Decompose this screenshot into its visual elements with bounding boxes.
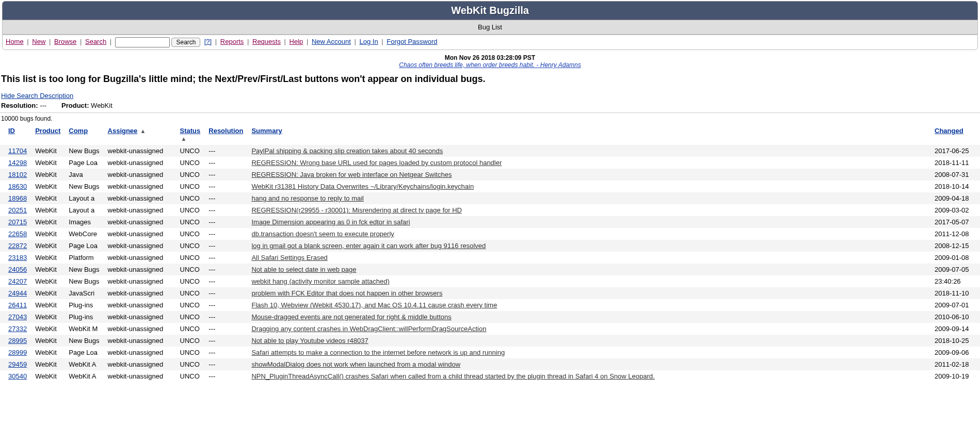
bug-summary-link[interactable]: db.transaction doesn't seem to execute p…	[251, 230, 394, 238]
bug-changed: 2010-06-10	[930, 311, 980, 323]
col-resolution[interactable]: Resolution	[208, 127, 243, 135]
bug-id-link[interactable]: 26411	[8, 301, 27, 309]
bug-id-link[interactable]: 23183	[8, 254, 27, 261]
bug-product: WebKit	[31, 157, 65, 169]
nav-requests[interactable]: Requests	[252, 38, 281, 45]
bug-id-link[interactable]: 18968	[8, 194, 27, 202]
bug-summary-link[interactable]: Not able to select date in web page	[251, 266, 356, 273]
bug-summary-link[interactable]: Dragging any content crashes in WebDragC…	[251, 325, 486, 333]
bug-id-link[interactable]: 27332	[8, 325, 27, 333]
bug-summary-link[interactable]: hang and no response to reply to mail	[251, 194, 364, 202]
timestamp: Mon Nov 26 2018 03:28:09 PST	[445, 54, 535, 61]
bug-product: WebKit	[31, 264, 65, 275]
bug-summary-link[interactable]: NPN_PluginThreadAsyncCall() crashes Safa…	[251, 372, 654, 380]
bug-summary-link[interactable]: PaylPal shipping & packing slip creation…	[251, 147, 443, 155]
bug-id-link[interactable]: 24944	[8, 289, 27, 297]
bug-status: UNCO	[176, 240, 205, 252]
bug-id-link[interactable]: 24207	[8, 277, 27, 285]
bug-summary-link[interactable]: log in gmail got a blank screen, enter a…	[251, 242, 486, 250]
bug-id-link[interactable]: 29459	[8, 360, 27, 368]
sort-secondary-icon: ▲	[181, 136, 187, 142]
table-row: 28995WebKitNew Bugswebkit-unassignedUNCO…	[0, 335, 980, 347]
bug-id-link[interactable]: 14298	[8, 159, 27, 167]
nav-help-q[interactable]: [?]	[204, 38, 212, 45]
separator: |	[381, 38, 383, 45]
bug-summary-link[interactable]: webkit hang (activity monitor sample att…	[251, 277, 389, 285]
bug-product: WebKit	[31, 228, 65, 240]
bug-summary-link[interactable]: WebKit r31381 History Data Overwrites ~/…	[251, 183, 474, 190]
bug-comp: Java	[65, 169, 103, 180]
search-input[interactable]	[115, 37, 170, 47]
bug-id-link[interactable]: 30540	[8, 372, 27, 380]
bug-summary-link[interactable]: REGRESSION: Wrong base URL used for page…	[251, 159, 502, 167]
search-button[interactable]: Search	[171, 38, 200, 47]
bug-changed: 2009-10-19	[930, 370, 980, 382]
bug-id-link[interactable]: 20251	[8, 206, 27, 214]
nav-new-account[interactable]: New Account	[312, 38, 351, 45]
nav-forgot[interactable]: Forgot Password	[387, 38, 437, 45]
bug-changed: 2008-07-31	[930, 169, 980, 180]
bug-changed: 2017-06-25	[930, 145, 980, 157]
bug-id-link[interactable]: 20715	[8, 218, 27, 226]
bug-summary-link[interactable]: problem with FCK Editor that does not ha…	[251, 289, 442, 297]
table-row: 28999WebKitPage Loawebkit-unassignedUNCO…	[0, 347, 980, 358]
bug-status: UNCO	[176, 264, 205, 275]
bug-id-link[interactable]: 22872	[8, 242, 27, 250]
bug-summary-link[interactable]: Flash 10, Webview (Webkit 4530.17), and …	[251, 301, 497, 309]
bug-assignee: webkit-unassigned	[104, 347, 176, 358]
bug-changed: 2018-10-14	[930, 180, 980, 192]
bug-summary-link[interactable]: showModalDialog does not work when launc…	[251, 360, 460, 368]
bug-id-link[interactable]: 18102	[8, 171, 27, 178]
bug-id-link[interactable]: 18630	[8, 183, 27, 190]
bug-assignee: webkit-unassigned	[104, 145, 176, 157]
nav-search-link[interactable]: Search	[85, 38, 106, 45]
col-status[interactable]: Status	[180, 127, 201, 135]
bug-status: UNCO	[176, 299, 205, 311]
bug-summary-link[interactable]: REGRESSION: Java broken for web interfac…	[251, 171, 452, 178]
bug-id-link[interactable]: 24056	[8, 266, 27, 273]
bug-id-link[interactable]: 28999	[8, 349, 27, 356]
col-assignee[interactable]: Assignee	[108, 127, 138, 135]
bug-id-link[interactable]: 28995	[8, 337, 27, 344]
bug-status: UNCO	[176, 358, 205, 370]
bug-product: WebKit	[31, 335, 65, 347]
product-label: Product:	[61, 102, 89, 109]
table-row: 29459WebKitWebKit Awebkit-unassignedUNCO…	[0, 358, 980, 370]
bug-changed: 2009-07-05	[930, 264, 980, 275]
bug-summary-link[interactable]: Image Dimension appearing as 0 in fck ed…	[251, 218, 410, 226]
nav-reports[interactable]: Reports	[220, 38, 244, 45]
col-changed[interactable]: Changed	[935, 127, 963, 135]
bug-comp: WebKit A	[65, 358, 103, 370]
bug-resolution: ---	[204, 287, 247, 299]
nav-new[interactable]: New	[32, 38, 45, 45]
bug-comp: Images	[65, 216, 103, 228]
col-comp[interactable]: Comp	[69, 127, 88, 135]
quote-link[interactable]: Chaos often breeds life, when order bree…	[399, 61, 581, 69]
bug-id-link[interactable]: 11704	[8, 147, 27, 155]
bug-assignee: webkit-unassigned	[104, 216, 176, 228]
nav-login[interactable]: Log In	[359, 38, 378, 45]
nav-home[interactable]: Home	[6, 38, 24, 45]
bug-resolution: ---	[204, 216, 247, 228]
bug-comp: Platform	[65, 252, 103, 264]
bug-id-link[interactable]: 22658	[8, 230, 27, 238]
hide-search-link[interactable]: Hide Search Description	[1, 92, 73, 100]
bug-comp: New Bugs	[65, 275, 103, 287]
col-summary[interactable]: Summary	[251, 127, 282, 135]
bug-summary-link[interactable]: Mouse-dragged events are not generated f…	[251, 313, 451, 321]
col-id[interactable]: ID	[8, 127, 15, 135]
bug-assignee: webkit-unassigned	[104, 311, 176, 323]
table-row: 20251WebKitLayout awebkit-unassignedUNCO…	[0, 204, 980, 216]
bug-summary-link[interactable]: Not able to play Youtube videos r48037	[251, 337, 368, 344]
bug-summary-link[interactable]: Safari attempts to make a connection to …	[251, 349, 505, 356]
bug-status: UNCO	[176, 287, 205, 299]
bug-summary-link[interactable]: REGRESSION(r29955 - r30001): Misrenderin…	[251, 206, 462, 214]
bug-changed: 2017-05-07	[930, 216, 980, 228]
col-product[interactable]: Product	[35, 127, 60, 135]
bug-comp: Page Loa	[65, 347, 103, 358]
nav-help[interactable]: Help	[290, 38, 303, 45]
nav-browse[interactable]: Browse	[54, 38, 76, 45]
bug-summary-link[interactable]: All Safari Settings Erased	[251, 254, 327, 261]
bug-id-link[interactable]: 27043	[8, 313, 27, 321]
meta-block: Mon Nov 26 2018 03:28:09 PST Chaos often…	[0, 54, 980, 69]
